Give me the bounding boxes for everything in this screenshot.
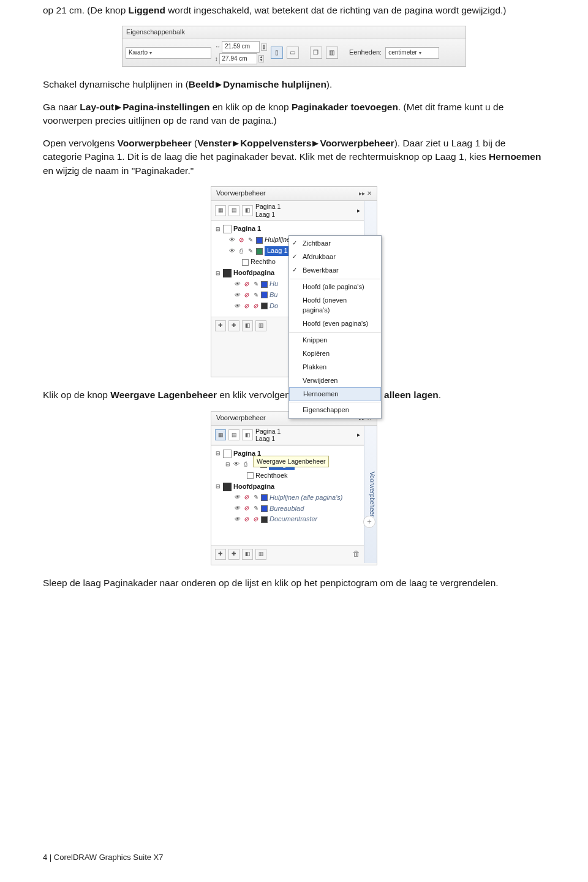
print-off-icon[interactable]: ⊘ xyxy=(243,302,250,311)
pages-icon-2[interactable]: ▥ xyxy=(326,47,338,59)
print-off-icon[interactable]: ⊘ xyxy=(243,493,250,502)
eye-icon[interactable]: 👁 xyxy=(228,247,236,256)
master-page-icon xyxy=(223,483,232,491)
new-master-layer-button[interactable]: ✚ xyxy=(228,320,239,331)
layer-color-icon xyxy=(261,494,268,501)
pages-icon-1[interactable]: ❐ xyxy=(310,47,322,59)
layer-color-icon xyxy=(261,505,268,512)
tree-label: Pagina 1 xyxy=(233,224,261,234)
new-master-layer-button[interactable]: ✚ xyxy=(228,549,239,560)
footer-button[interactable]: ▥ xyxy=(255,320,266,331)
ctx-item-afdrukbaar[interactable]: ✓Afdrukbaar xyxy=(289,251,381,264)
collapse-icon[interactable]: ⊟ xyxy=(215,225,221,233)
tree-label: Do xyxy=(270,301,278,311)
print-off-icon[interactable]: ⊘ xyxy=(238,236,245,245)
print-off-icon[interactable]: ⊘ xyxy=(243,280,250,289)
ctx-label: Afdrukbaar xyxy=(303,253,336,260)
ctx-item-eigenschappen[interactable]: Eigenschappen xyxy=(289,402,381,417)
print-icon[interactable]: ⎙ xyxy=(238,247,245,256)
pen-icon[interactable]: ✎ xyxy=(252,280,259,289)
collapse-icon[interactable]: ⊟ xyxy=(225,461,231,469)
eye-icon[interactable]: 👁 xyxy=(228,236,236,245)
ctx-item-kopieren[interactable]: Kopiëren xyxy=(289,347,381,361)
layer-manager-view-button[interactable]: ▦ xyxy=(215,429,226,440)
mini-icon[interactable]: ▤ xyxy=(228,429,239,440)
figure-panel-2: Voorwerpbeheer ▸▸ ✕ ▦ ▤ ◧ Pagina 1 Laag … xyxy=(43,411,545,565)
paragraph-2: Schakel dynamische hulplijnen in (Beeld▶… xyxy=(43,78,545,91)
chevron-right-icon[interactable]: ▸ xyxy=(357,206,360,216)
pen-icon[interactable]: ✎ xyxy=(247,236,254,245)
text: wordt ingeschakeld, wat betekent dat de … xyxy=(165,5,507,15)
flyout-icon[interactable]: ▸▸ xyxy=(359,190,365,197)
eye-icon[interactable]: 👁 xyxy=(233,291,241,300)
bold-text: Hernoemen xyxy=(489,151,541,162)
property-bar: Eigenschappenbalk Kwarto ▾ ↔ 21.59 cm ▲▼… xyxy=(122,26,466,67)
footer-button[interactable]: ◧ xyxy=(242,549,253,560)
new-layer-button[interactable]: ✚ xyxy=(215,549,226,560)
collapse-icon[interactable]: ⊟ xyxy=(215,450,221,458)
panel-side-tab[interactable]: Voorwerpbeheer xyxy=(364,426,377,563)
mini-icon[interactable]: ▦ xyxy=(215,205,226,216)
panel-title-bar[interactable]: Voorwerpbeheer ▸▸ ✕ xyxy=(211,187,377,201)
mini-icon[interactable]: ◧ xyxy=(242,429,253,440)
pen-icon[interactable]: ✎ xyxy=(247,247,254,256)
ctx-label: Hoofd (oneven pagina's) xyxy=(303,296,347,314)
ctx-item-hernoemen[interactable]: Hernoemen xyxy=(289,387,381,402)
eye-icon[interactable]: 👁 xyxy=(233,280,241,289)
page-height-field[interactable]: 27.94 cm xyxy=(219,53,257,65)
text: Klik op de knop xyxy=(43,390,110,400)
ctx-item-bewerkbaar[interactable]: ✓Bewerkbaar xyxy=(289,264,381,277)
ctx-item-knippen[interactable]: Knippen xyxy=(289,332,381,347)
tree-row-documentraster[interactable]: 👁⊘⊘ Documentraster xyxy=(211,514,364,525)
units-dropdown[interactable]: centimeter ▾ xyxy=(385,47,439,59)
tree-row-bureaublad[interactable]: 👁⊘✎ Bureaublad xyxy=(211,503,364,514)
eye-icon[interactable]: 👁 xyxy=(233,504,241,513)
page-preset-dropdown[interactable]: Kwarto ▾ xyxy=(126,47,211,59)
collapse-icon[interactable]: ⊟ xyxy=(215,483,221,491)
ctx-item-hoofd-even[interactable]: Hoofd (even pagina's) xyxy=(289,317,381,331)
add-badge-icon[interactable]: ＋ xyxy=(363,516,375,528)
print-off-icon[interactable]: ⊘ xyxy=(243,504,250,513)
chevron-right-icon[interactable]: ▸ xyxy=(357,431,360,440)
print-icon[interactable]: ⎙ xyxy=(242,460,249,469)
lock-icon[interactable]: ⊘ xyxy=(252,302,259,311)
pen-icon[interactable]: ✎ xyxy=(252,504,259,513)
layer-color-icon xyxy=(261,516,268,523)
tree-row-hoofdpagina[interactable]: ⊟ Hoofdpagina xyxy=(211,481,364,492)
ctx-item-zichtbaar[interactable]: ✓Zichtbaar xyxy=(289,237,381,251)
print-off-icon[interactable]: ⊘ xyxy=(243,291,250,300)
landscape-button[interactable]: ▭ xyxy=(287,47,299,59)
eye-icon[interactable]: 👁 xyxy=(233,302,241,311)
portrait-button[interactable]: ▯ xyxy=(271,47,283,59)
pen-icon[interactable]: ✎ xyxy=(252,493,259,502)
panel-header-band: ▦ ▤ ◧ Pagina 1 Laag 1 ▸ xyxy=(211,201,364,221)
tree-label: Bureaublad xyxy=(270,504,304,514)
new-layer-button[interactable]: ✚ xyxy=(215,320,226,331)
mini-icon[interactable]: ▤ xyxy=(228,205,239,216)
collapse-icon[interactable]: ⊟ xyxy=(215,270,221,277)
width-spinner[interactable]: ▲▼ xyxy=(261,43,267,51)
page-width-value: 21.59 cm xyxy=(225,42,250,51)
footer-button[interactable]: ◧ xyxy=(242,320,253,331)
close-icon[interactable]: ✕ xyxy=(367,190,372,197)
eye-icon[interactable]: 👁 xyxy=(233,460,240,469)
tree-row-page1[interactable]: ⊟ Pagina 1 xyxy=(211,224,364,235)
ctx-item-hoofd-oneven[interactable]: Hoofd (oneven pagina's) xyxy=(289,294,381,317)
height-spinner[interactable]: ▲▼ xyxy=(258,55,265,62)
layer-color-icon xyxy=(256,248,263,255)
lock-icon[interactable]: ⊘ xyxy=(252,515,259,524)
ctx-item-verwijderen[interactable]: Verwijderen xyxy=(289,374,381,388)
footer-button[interactable]: ▥ xyxy=(255,549,266,560)
page-width-field[interactable]: 21.59 cm xyxy=(222,41,260,53)
arrow-icon: ▶ xyxy=(233,138,239,149)
mini-icon[interactable]: ◧ xyxy=(242,205,253,216)
tree-row-hulplijnen-all[interactable]: 👁⊘✎ Hulplijnen (alle pagina's) xyxy=(211,492,364,503)
trash-icon[interactable]: 🗑 xyxy=(353,549,360,559)
pen-icon[interactable]: ✎ xyxy=(252,291,259,300)
eye-icon[interactable]: 👁 xyxy=(233,515,241,524)
ctx-item-hoofd-alle[interactable]: Hoofd (alle pagina's) xyxy=(289,279,381,294)
ctx-item-plakken[interactable]: Plakken xyxy=(289,361,381,374)
eye-icon[interactable]: 👁 xyxy=(233,493,241,502)
tree-row-rechthoek[interactable]: Rechthoek xyxy=(211,470,364,481)
print-off-icon[interactable]: ⊘ xyxy=(243,515,250,524)
